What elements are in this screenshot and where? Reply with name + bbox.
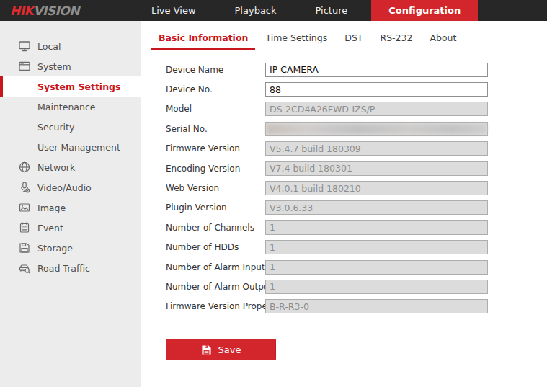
number-of-alarm-output-field <box>265 280 488 294</box>
basic-information-form: Device Name Device No. Model Serial No. … <box>166 60 547 316</box>
top-bar: HIKVISION Live View Playback Picture Con… <box>0 0 547 21</box>
tab-about[interactable]: About <box>422 29 463 50</box>
nav-configuration[interactable]: Configuration <box>371 0 478 21</box>
sidebar-item-local[interactable]: Local <box>0 36 141 56</box>
road-traffic-icon <box>18 262 31 275</box>
event-icon <box>18 221 31 234</box>
firmware-version-label: Firmware Version <box>166 143 265 153</box>
system-icon <box>18 60 31 73</box>
firmware-version-property-field <box>265 299 488 313</box>
plugin-version-field <box>265 200 488 215</box>
sidebar-item-label: Maintenance <box>37 102 96 112</box>
field-row-plugin-version: Plugin Version <box>166 198 547 218</box>
firmware-version-property-label: Firmware Version Property <box>166 301 265 311</box>
sidebar-item-label: Road Traffic <box>37 263 90 274</box>
tab-rs-232[interactable]: RS-232 <box>373 29 419 50</box>
field-row-device-name: Device Name <box>166 60 547 79</box>
device-name-input[interactable] <box>265 63 488 77</box>
field-row-firmware-version: Firmware Version <box>166 139 547 159</box>
field-row-device-no: Device No. <box>166 79 547 99</box>
sidebar-item-label: Storage <box>37 243 73 254</box>
sidebar-item-label: Security <box>37 122 74 133</box>
number-of-channels-label: Number of Channels <box>166 223 265 233</box>
main-nav: Live View Playback Picture Configuration <box>132 0 478 21</box>
save-icon <box>201 344 212 355</box>
nav-playback[interactable]: Playback <box>215 0 296 21</box>
tab-time-settings[interactable]: Time Settings <box>258 29 334 50</box>
sidebar-item-label: Video/Audio <box>37 182 92 193</box>
field-row-web-version: Web Version <box>166 178 547 197</box>
number-of-alarm-input-field <box>265 260 488 275</box>
firmware-version-field <box>265 141 488 156</box>
field-row-model: Model <box>166 99 547 119</box>
serial-no-field-wrap <box>265 122 488 137</box>
number-of-hdds-field <box>265 240 488 254</box>
logo-text-red: HIK <box>10 4 33 18</box>
web-version-label: Web Version <box>166 183 265 193</box>
plugin-version-label: Plugin Version <box>166 202 265 213</box>
storage-icon <box>18 241 31 254</box>
sidebar-item-label: Event <box>37 223 63 233</box>
sidebar-item-label: Image <box>37 202 66 213</box>
microphone-icon <box>18 181 31 194</box>
hikvision-logo: HIKVISION <box>10 4 79 18</box>
sidebar-item-label: System Settings <box>37 81 120 92</box>
tab-dst[interactable]: DST <box>337 29 370 50</box>
sidebar-item-label: Network <box>37 162 75 173</box>
sidebar: Local System System Settings Maintenance… <box>0 21 141 387</box>
sidebar-item-system[interactable]: System <box>0 56 141 76</box>
logo-text-gray: VISION <box>33 4 79 18</box>
sidebar-item-event[interactable]: Event <box>0 218 141 238</box>
sidebar-item-label: Local <box>37 41 61 52</box>
sidebar-item-network[interactable]: Network <box>0 157 141 177</box>
serial-no-label: Serial No. <box>166 124 265 134</box>
number-of-alarm-output-label: Number of Alarm Output <box>166 282 265 292</box>
sidebar-item-image[interactable]: Image <box>0 197 141 218</box>
sidebar-item-storage[interactable]: Storage <box>0 238 141 258</box>
number-of-hdds-label: Number of HDDs <box>166 242 265 252</box>
field-row-number-of-alarm-output: Number of Alarm Output <box>166 277 547 296</box>
number-of-alarm-input-label: Number of Alarm Input <box>166 262 265 272</box>
field-row-number-of-alarm-input: Number of Alarm Input <box>166 257 547 277</box>
field-row-serial-no: Serial No. <box>166 119 547 138</box>
model-label: Model <box>166 104 265 114</box>
encoding-version-label: Encoding Version <box>166 164 265 174</box>
field-row-number-of-hdds: Number of HDDs <box>166 238 547 257</box>
nav-picture[interactable]: Picture <box>296 0 368 21</box>
globe-icon <box>18 161 31 174</box>
hikvision-config-page: HIKVISION Live View Playback Picture Con… <box>0 0 547 392</box>
nav-live-view[interactable]: Live View <box>132 0 215 21</box>
sidebar-item-label: System <box>37 61 71 72</box>
number-of-channels-field <box>265 220 488 235</box>
field-row-encoding-version: Encoding Version <box>166 159 547 178</box>
sidebar-item-user-management[interactable]: User Management <box>0 137 141 157</box>
save-button-label: Save <box>218 344 241 355</box>
sidebar-item-system-settings[interactable]: System Settings <box>0 76 141 97</box>
web-version-field <box>265 181 488 195</box>
device-no-label: Device No. <box>166 84 265 94</box>
image-icon <box>18 201 31 214</box>
settings-tab-bar: Basic Information Time Settings DST RS-2… <box>151 29 537 50</box>
device-no-input[interactable] <box>265 82 488 97</box>
tab-basic-information[interactable]: Basic Information <box>151 29 255 50</box>
sidebar-item-security[interactable]: Security <box>0 117 141 137</box>
sidebar-item-label: User Management <box>37 142 120 153</box>
sidebar-item-maintenance[interactable]: Maintenance <box>0 97 141 117</box>
monitor-icon <box>18 40 31 53</box>
sidebar-item-road-traffic[interactable]: Road Traffic <box>0 258 141 278</box>
model-field <box>265 102 488 116</box>
serial-no-field <box>265 122 488 136</box>
sidebar-item-video-audio[interactable]: Video/Audio <box>0 177 141 197</box>
field-row-number-of-channels: Number of Channels <box>166 218 547 237</box>
encoding-version-field <box>265 161 488 176</box>
device-name-label: Device Name <box>166 65 265 75</box>
save-button[interactable]: Save <box>166 339 276 360</box>
field-row-firmware-version-property: Firmware Version Property <box>166 297 547 316</box>
content-panel: Basic Information Time Settings DST RS-2… <box>141 21 547 392</box>
